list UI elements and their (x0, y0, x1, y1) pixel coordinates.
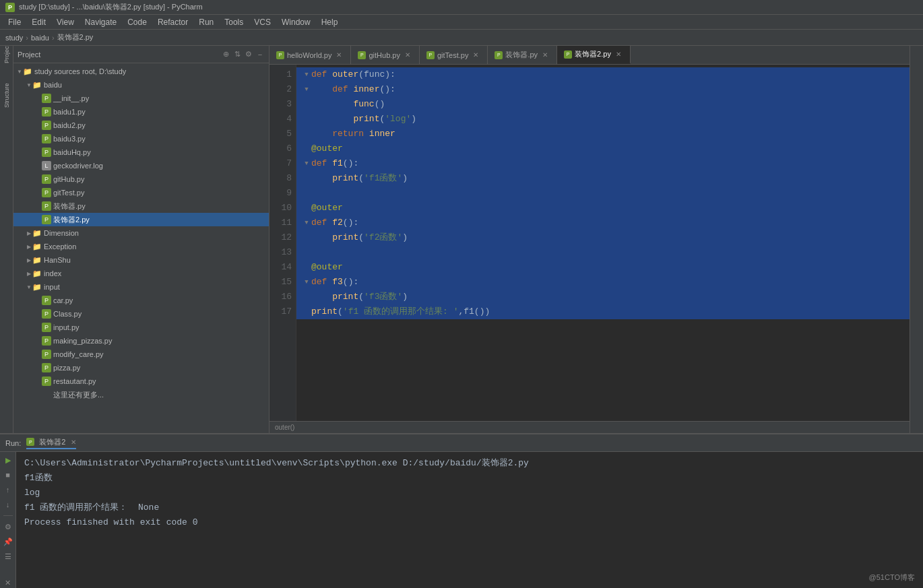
run-settings-button[interactable]: ⚙ (3, 521, 13, 532)
tab-close-button[interactable]: ✕ (471, 51, 480, 60)
fold-arrow[interactable] (302, 290, 311, 304)
menu-item-code[interactable]: Code (122, 16, 152, 28)
structure-sidebar-button[interactable]: Structure (1, 90, 12, 101)
project-settings-icon[interactable]: ⚙ (244, 50, 253, 59)
breadcrumb-item-0[interactable]: study (5, 34, 23, 42)
tree-item-geckodriver[interactable]: Lgeckodriver.log (13, 159, 269, 172)
project-sidebar-button[interactable]: Project (1, 48, 12, 59)
menu-item-vcs[interactable]: VCS (249, 16, 276, 28)
menu-item-refactor[interactable]: Refactor (152, 16, 193, 28)
code-line[interactable]: ▼ def inner(): (296, 82, 910, 97)
code-line[interactable]: print('f1 函数的调用那个结果: ',f1()) (296, 304, 910, 319)
tree-item-baidu[interactable]: ▼📁baidu (13, 78, 269, 92)
menu-item-edit[interactable]: Edit (26, 16, 51, 28)
tree-item-__init__[interactable]: P__init__.py (13, 92, 269, 105)
fold-arrow[interactable] (302, 304, 311, 319)
fold-arrow[interactable] (302, 230, 311, 245)
menu-item-navigate[interactable]: Navigate (79, 16, 122, 28)
tree-item-gitTest[interactable]: PgitTest.py (13, 186, 269, 199)
menu-item-view[interactable]: View (51, 16, 79, 28)
tree-item-zhuangshi[interactable]: P装饰器.py (13, 199, 269, 213)
tab-zhuangshi2[interactable]: P装饰器2.py✕ (557, 46, 631, 64)
tab-helloWorld[interactable]: PhelloWorld.py✕ (269, 46, 351, 64)
tree-item-pizza[interactable]: Ppizza.py (13, 361, 269, 374)
fold-arrow[interactable] (302, 186, 311, 201)
fold-arrow[interactable] (302, 260, 311, 275)
fold-arrow[interactable]: ▼ (302, 216, 311, 230)
code-line[interactable]: ▼def outer(func): (296, 67, 910, 82)
tab-close-button[interactable]: ✕ (334, 51, 344, 60)
code-line[interactable] (296, 186, 910, 201)
tree-item-Dimension[interactable]: ▶📁Dimension (13, 226, 269, 240)
run-stop-button[interactable]: ■ (3, 469, 13, 480)
tree-expand-arrow[interactable]: ▶ (26, 230, 32, 236)
run-tab-close[interactable]: ✕ (71, 438, 76, 446)
project-locate-icon[interactable]: ⊕ (221, 50, 230, 59)
tree-item-gitHub[interactable]: PgitHub.py (13, 172, 269, 186)
fold-arrow[interactable]: ▼ (302, 67, 311, 82)
run-output[interactable]: C:\Users\Administrator\PycharmProjects\u… (16, 452, 923, 588)
tree-item-input[interactable]: ▼📁input (13, 280, 269, 294)
run-pin-button[interactable]: 📌 (3, 536, 13, 547)
code-line[interactable]: print('f2函数') (296, 230, 910, 245)
tree-item-baidu3[interactable]: Pbaidu3.py (13, 132, 269, 145)
tab-gitHub[interactable]: PgitHub.py✕ (351, 46, 419, 64)
tree-item-HanShu[interactable]: ▶📁HanShu (13, 253, 269, 267)
breadcrumb-item-1[interactable]: baidu (31, 34, 49, 42)
tab-close-button[interactable]: ✕ (614, 50, 623, 59)
menu-item-file[interactable]: File (3, 16, 26, 28)
run-close-button[interactable]: ✕ (3, 577, 13, 588)
code-line[interactable] (296, 245, 910, 260)
project-close-icon[interactable]: − (255, 50, 265, 59)
fold-arrow[interactable]: ▼ (302, 275, 311, 290)
breadcrumb-item-2[interactable]: 装饰器2.py (57, 32, 94, 42)
tree-item-restautant[interactable]: Prestautant.py (13, 374, 269, 388)
tree-expand-arrow[interactable]: ▶ (26, 257, 32, 263)
fold-arrow[interactable]: ▼ (302, 82, 311, 97)
tab-gitTest[interactable]: PgitTest.py✕ (420, 46, 488, 64)
run-play-button[interactable]: ▶ (3, 455, 13, 465)
tree-item-more[interactable]: 这里还有更多... (13, 388, 269, 401)
tree-item-modify_care[interactable]: Pmodify_care.py (13, 348, 269, 361)
code-line[interactable]: @outer (296, 260, 910, 275)
code-line[interactable]: print('f1函数') (296, 171, 910, 186)
tree-expand-arrow[interactable]: ▶ (26, 244, 32, 250)
tree-item-making_pizzas[interactable]: Pmaking_pizzas.py (13, 334, 269, 348)
tree-item-study-root[interactable]: ▼📁study sources root, D:\study (13, 65, 269, 78)
code-line[interactable]: print('f3函数') (296, 290, 910, 304)
tree-item-baidu1[interactable]: Pbaidu1.py (13, 105, 269, 119)
tree-item-car[interactable]: Pcar.py (13, 294, 269, 307)
tree-item-Exception[interactable]: ▶📁Exception (13, 240, 269, 253)
menu-item-help[interactable]: Help (316, 16, 344, 28)
fold-arrow[interactable] (302, 112, 311, 127)
tree-item-baiduHq[interactable]: PbaiduHq.py (13, 145, 269, 159)
run-scroll-up-button[interactable]: ↑ (3, 484, 13, 495)
tree-expand-arrow[interactable]: ▼ (26, 284, 32, 290)
code-line[interactable]: ▼def f2(): (296, 216, 910, 230)
run-tab-active[interactable]: P 装饰器2 ✕ (26, 437, 76, 449)
run-layout-button[interactable]: ☰ (3, 551, 13, 562)
code-line[interactable]: @outer (296, 201, 910, 216)
tab-close-button[interactable]: ✕ (540, 51, 550, 60)
run-scroll-down-button[interactable]: ↓ (3, 499, 13, 510)
code-line[interactable]: @outer (296, 141, 910, 156)
tree-expand-arrow[interactable]: ▼ (26, 82, 32, 88)
fold-arrow[interactable] (302, 141, 311, 156)
menu-item-run[interactable]: Run (193, 16, 219, 28)
code-line[interactable]: print('log') (296, 112, 910, 127)
tree-item-Class[interactable]: PClass.py (13, 307, 269, 321)
menu-item-window[interactable]: Window (276, 16, 316, 28)
code-line[interactable]: func() (296, 97, 910, 112)
tree-expand-arrow[interactable]: ▶ (26, 271, 32, 277)
tree-item-input-py[interactable]: Pinput.py (13, 321, 269, 334)
tab-zhuangshi[interactable]: P装饰器.py✕ (488, 46, 557, 64)
tree-item-zhuangshi2[interactable]: P装饰器2.py (13, 213, 269, 226)
code-content[interactable]: ▼def outer(func):▼ def inner(): func() p… (296, 65, 910, 421)
fold-arrow[interactable]: ▼ (302, 156, 311, 171)
code-line[interactable]: ▼def f1(): (296, 156, 910, 171)
tree-expand-arrow[interactable]: ▼ (16, 69, 23, 75)
fold-arrow[interactable] (302, 171, 311, 186)
code-line[interactable]: return inner (296, 127, 910, 141)
fold-arrow[interactable] (302, 97, 311, 112)
fold-arrow[interactable] (302, 201, 311, 216)
